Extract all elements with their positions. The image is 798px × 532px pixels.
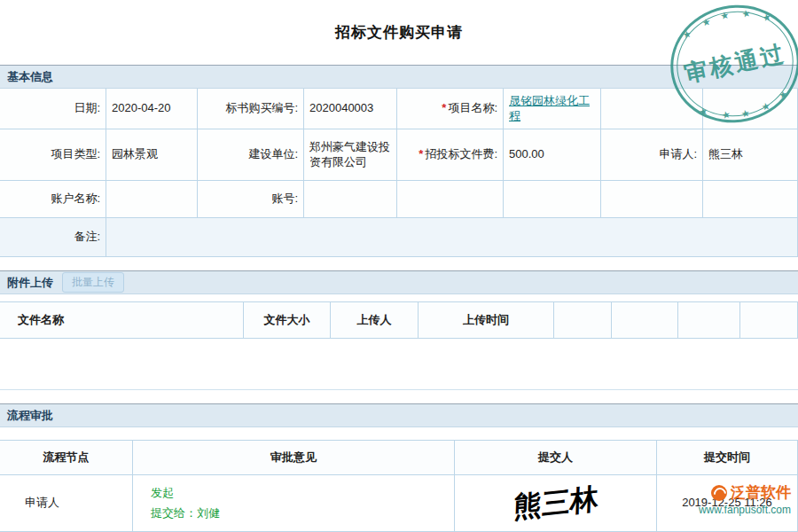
applicant-label: 申请人: — [601, 129, 703, 181]
section-title: 基本信息 — [7, 69, 53, 85]
doc-no-label: 标书购买编号: — [198, 89, 304, 129]
basic-info-row-3: 账户名称: 账号: — [0, 181, 798, 218]
remark-value — [106, 218, 798, 257]
approval-header-row: 流程节点 审批意见 提交人 提交时间 — [0, 440, 798, 475]
flow-node-value: 申请人 — [0, 475, 133, 532]
basic-info-row-2: 项目类型: 园林景观 建设单位: 郑州豪气建设投资有限公司 * 招投标文件费: … — [0, 129, 798, 181]
batch-upload-button[interactable]: 批量上传 — [62, 272, 124, 293]
section-bar-attachments: 附件上传 批量上传 — [0, 270, 798, 294]
vendor-url: www.fanpusoft.com — [699, 504, 791, 516]
section-title: 附件上传 — [7, 275, 53, 291]
attachments-header-row: 文件名称 文件大小 上传人 上传时间 — [0, 301, 798, 339]
account-name-label: 账户名称: — [0, 181, 106, 218]
uploader-header: 上传人 — [331, 302, 419, 339]
date-label: 日期: — [0, 89, 106, 129]
remark-label: 备注: — [0, 218, 106, 257]
spacer — [0, 257, 798, 270]
section-bar-approval: 流程审批 — [0, 403, 798, 427]
account-no-value — [304, 181, 397, 218]
page: 招标文件购买申请 审核通过 基本信息 日期: 2020-04-20 标书购买编号… — [0, 0, 798, 532]
empty-cell — [504, 181, 601, 218]
opinion-submitted-to: 提交给：刘健 — [151, 506, 220, 521]
approval-row: 申请人 发起 提交给：刘健 熊三林 2019-12-25 11:26 — [0, 475, 798, 532]
empty-cell — [601, 181, 703, 218]
spacer — [0, 294, 798, 301]
vendor-logo-icon — [711, 485, 727, 501]
upload-time-header: 上传时间 — [419, 302, 554, 339]
page-title: 招标文件购买申请 — [335, 22, 463, 43]
empty-cell — [703, 181, 798, 218]
approval-stamp: 审核通过 — [660, 0, 798, 135]
date-value: 2020-04-20 — [106, 89, 198, 129]
doc-fee-label-text: 招投标文件费: — [425, 147, 497, 162]
empty-header-cell — [740, 302, 798, 339]
account-no-label: 账号: — [198, 181, 304, 218]
file-size-header: 文件大小 — [244, 302, 331, 339]
doc-no-value: 2020040003 — [304, 89, 397, 129]
watermark-brand-row: 泛普软件 — [699, 482, 791, 503]
spacer — [0, 390, 798, 403]
project-name-link[interactable]: 晟铭园林绿化工程 — [509, 94, 595, 124]
project-name-label-text: 项目名称: — [448, 101, 497, 116]
signature: 熊三林 — [512, 480, 598, 526]
opinion-action: 发起 — [151, 486, 174, 501]
file-name-header: 文件名称 — [0, 302, 244, 339]
approval-opinion-header: 审批意见 — [133, 441, 455, 475]
approval-opinion-cell: 发起 提交给：刘健 — [133, 475, 455, 532]
empty-header-cell — [678, 302, 740, 339]
submitter-header: 提交人 — [455, 441, 657, 475]
doc-fee-label: * 招投标文件费: — [397, 129, 504, 181]
doc-fee-value: 500.00 — [504, 129, 601, 181]
empty-header-cell — [554, 302, 612, 339]
basic-info-row-4: 备注: — [0, 218, 798, 257]
empty-cell — [397, 181, 504, 218]
project-type-value: 园林景观 — [106, 129, 198, 181]
section-title: 流程审批 — [7, 408, 53, 424]
project-type-label: 项目类型: — [0, 129, 106, 181]
submitter-signature-cell: 熊三林 — [455, 475, 657, 532]
attachments-empty-area — [0, 339, 798, 390]
required-asterisk: * — [442, 101, 446, 116]
applicant-value: 熊三林 — [703, 129, 798, 181]
flow-node-header: 流程节点 — [0, 441, 133, 475]
submit-time-header: 提交时间 — [657, 441, 798, 475]
project-name-value: 晟铭园林绿化工程 — [504, 89, 601, 129]
account-name-value — [106, 181, 198, 218]
required-asterisk: * — [419, 147, 423, 162]
construction-unit-label: 建设单位: — [198, 129, 304, 181]
empty-header-cell — [612, 302, 678, 339]
project-name-label: * 项目名称: — [397, 89, 504, 129]
construction-unit-value: 郑州豪气建设投资有限公司 — [304, 129, 397, 181]
spacer — [0, 427, 798, 440]
vendor-watermark: 泛普软件 www.fanpusoft.com — [699, 482, 791, 516]
vendor-brand: 泛普软件 — [731, 482, 791, 503]
